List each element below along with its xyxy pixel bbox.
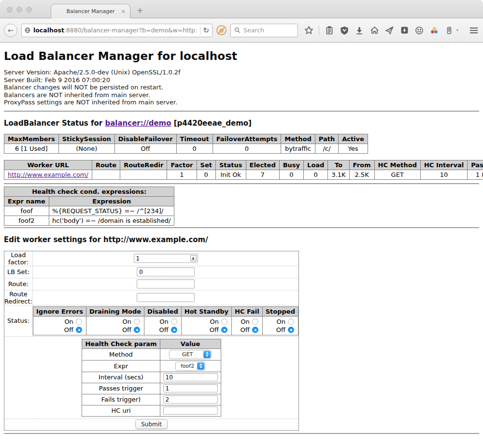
worker-data-row: http://www.example.com/ 1 0 Init Ok 7 0 … — [4, 170, 483, 179]
radio-draining-mode-off[interactable] — [134, 327, 140, 333]
load-factor-label: Load factor: — [4, 251, 33, 266]
color-dots-icon[interactable] — [429, 26, 439, 35]
status-cell-stopped: On Off — [262, 316, 298, 335]
radio-draining-mode-on[interactable] — [134, 318, 140, 325]
send-plane-icon[interactable] — [384, 26, 394, 35]
expressions-title: Health check cond. expressions: — [4, 187, 174, 196]
window-zoom-button[interactable] — [26, 7, 32, 13]
expr-row: foof %{REQUEST_STATUS} =~ /^[234]/ — [4, 206, 174, 216]
url-bar[interactable]: localhost:8880/balancer-manager?b=demo&w… — [21, 24, 213, 37]
hc-expr-label: Expr — [82, 360, 160, 372]
hc-uri-label: HC uri — [82, 405, 160, 416]
hc-expr-select[interactable]: foof2 — [175, 361, 205, 371]
search-icon — [234, 27, 241, 33]
radio-hc-fail-on[interactable] — [252, 318, 258, 325]
page-title: Load Balancer Manager for localhost — [4, 50, 479, 62]
hc-interval-label: Interval (secs) — [82, 372, 160, 383]
divider — [4, 433, 479, 434]
back-button[interactable]: ← — [4, 24, 17, 37]
balancer-status-heading: LoadBalancer Status for balancer://demo … — [4, 119, 479, 128]
window-close-button[interactable] — [7, 7, 13, 13]
search-bar[interactable]: Search — [230, 24, 298, 37]
url-text: localhost:8880/balancer-manager?b=demo&w… — [33, 27, 197, 34]
edit-worker-heading: Edit worker settings for http://www.exam… — [4, 235, 479, 244]
page-content: Load Balancer Manager for localhost Serv… — [0, 50, 483, 434]
reload-icon[interactable]: ↻ — [203, 26, 209, 35]
url-divider — [200, 26, 200, 35]
radio-stopped-on[interactable] — [288, 318, 294, 325]
route-input[interactable] — [137, 279, 195, 289]
radio-hot-standby-on[interactable] — [221, 318, 227, 325]
divider — [4, 111, 479, 112]
download-box-icon[interactable] — [399, 26, 409, 35]
star-icon[interactable] — [304, 26, 313, 35]
route-redirect-input[interactable] — [137, 293, 195, 302]
battery-icon[interactable] — [444, 26, 454, 35]
hc-method-select[interactable]: GET — [169, 350, 212, 359]
balancer-table: MaxMembers StickySession DisableFailover… — [4, 134, 368, 154]
menu-icons — [469, 26, 483, 35]
server-built-line: Server Built: Feb 9 2016 07:00:20 — [4, 76, 479, 84]
status-table: Ignore Errors Draining Mode Disabled Hot… — [33, 306, 298, 335]
divider — [4, 183, 479, 184]
status-cell-disabled: On Off — [144, 316, 182, 335]
status-cell-hot-standby: On Off — [181, 316, 231, 335]
tab-close-icon[interactable]: × — [121, 8, 126, 14]
submit-button[interactable]: Submit — [135, 419, 168, 429]
worker-url-link[interactable]: http://www.example.com/ — [8, 171, 88, 178]
number-stepper-icon[interactable]: ▲▼ — [190, 255, 197, 261]
shield-icon[interactable] — [340, 26, 349, 35]
new-tab-button[interactable]: + — [137, 6, 143, 15]
worker-table: Worker URL Route RouteRedir Factor Set S… — [4, 160, 483, 180]
lb-set-label: LB Set: — [4, 266, 33, 278]
worker-header-row: Worker URL Route RouteRedir Factor Set S… — [4, 160, 483, 170]
select-stepper-icon — [197, 362, 204, 370]
lb-set-input[interactable] — [137, 267, 195, 276]
server-version-line: Server Version: Apache/2.5.0-dev (Unix) … — [4, 69, 479, 76]
hc-fails-label: Fails trigger) — [82, 394, 160, 405]
radio-ignore-errors-off[interactable] — [76, 327, 82, 333]
proxypass-note-line: ProxyPass settings are NOT inherited fro… — [4, 99, 479, 106]
status-label: Status: — [4, 305, 33, 336]
caret-down-icon[interactable]: ▾ — [456, 28, 458, 32]
balancer-link[interactable]: balancer://demo — [105, 119, 171, 128]
radio-disabled-off[interactable] — [171, 327, 177, 333]
radio-hot-standby-off[interactable] — [221, 327, 227, 333]
route-label: Route: — [4, 278, 33, 290]
smiley-icon[interactable] — [414, 26, 424, 35]
select-stepper-icon — [203, 351, 211, 358]
status-cell-draining-mode: On Off — [86, 316, 144, 335]
radio-disabled-on[interactable] — [171, 318, 177, 325]
balancer-data-row: 6 [1 Used] (None) Off 0 0 bytraffic /c/ … — [4, 144, 368, 153]
tab-title: Balancer Manager — [66, 8, 114, 14]
window-minimize-button[interactable] — [16, 7, 22, 13]
hc-passes-input[interactable] — [163, 384, 218, 392]
hc-method-label: Method — [82, 348, 160, 360]
content-blocked-icon[interactable] — [216, 25, 227, 35]
menu-hamburger-icon[interactable] — [469, 26, 479, 35]
radio-ignore-errors-on[interactable] — [76, 318, 82, 325]
balancer-header-row: MaxMembers StickySession DisableFailover… — [4, 134, 368, 144]
hc-fails-input[interactable] — [163, 395, 218, 404]
radio-hc-fail-off[interactable] — [252, 327, 258, 333]
route-redirect-label: Route Redirect: — [4, 290, 33, 305]
window-controls — [7, 7, 32, 13]
hc-passes-label: Passes trigger — [82, 383, 160, 394]
clipboard-icon[interactable] — [325, 26, 334, 35]
load-factor-input[interactable] — [134, 254, 198, 263]
navigation-toolbar: ← localhost:8880/balancer-manager?b=demo… — [0, 18, 483, 43]
home-icon[interactable] — [369, 26, 379, 35]
divider — [4, 227, 479, 228]
inherit-note-line: Balancers are NOT inherited from main se… — [4, 91, 479, 99]
browser-tab[interactable]: Balancer Manager × — [51, 4, 130, 18]
hc-uri-input[interactable] — [163, 406, 218, 415]
download-arrow-icon[interactable] — [355, 26, 364, 35]
status-cell-ignore-errors: On Off — [33, 316, 86, 335]
persist-note-line: Balancer changes will NOT be persisted o… — [4, 84, 479, 91]
load-factor-field: ▲▼ — [134, 254, 198, 263]
search-placeholder: Search — [243, 27, 264, 34]
radio-stopped-off[interactable] — [288, 327, 294, 333]
tab-bar: Balancer Manager × + — [0, 0, 483, 18]
hc-interval-input[interactable] — [163, 373, 218, 381]
server-info: Server Version: Apache/2.5.0-dev (Unix) … — [4, 69, 479, 106]
